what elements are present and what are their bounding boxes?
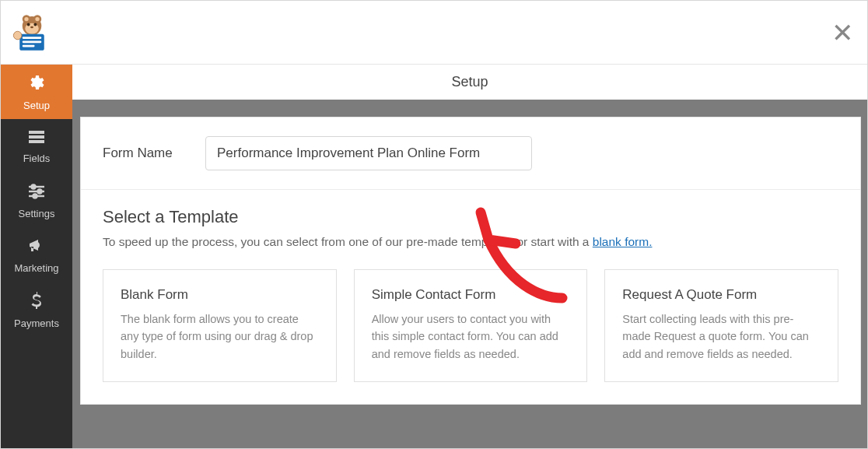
template-desc: Start collecting leads with this pre-mad… xyxy=(622,310,821,363)
template-title: Request A Quote Form xyxy=(622,287,821,303)
svg-rect-12 xyxy=(23,44,35,47)
sidebar-item-fields[interactable]: Fields xyxy=(1,119,72,174)
dollar-icon xyxy=(30,291,43,313)
panel-title: Setup xyxy=(72,65,867,100)
form-name-input[interactable] xyxy=(205,136,532,170)
app-window: ✕ Setup Fields Settings xyxy=(0,0,868,449)
close-icon[interactable]: ✕ xyxy=(831,19,853,46)
main-panel: Setup Form Name Select a Template To spe… xyxy=(72,65,867,448)
template-desc: The blank form allows you to create any … xyxy=(121,310,319,363)
svg-rect-15 xyxy=(29,135,44,139)
body: Setup Fields Settings Marketing xyxy=(1,65,867,448)
sidebar-item-label: Fields xyxy=(23,153,51,164)
sidebar-item-label: Marketing xyxy=(14,262,58,274)
list-icon xyxy=(27,129,46,148)
svg-rect-10 xyxy=(23,37,42,39)
sidebar-item-payments[interactable]: Payments xyxy=(1,282,72,337)
template-desc: Allow your users to contact you with thi… xyxy=(372,310,570,363)
svg-point-20 xyxy=(38,189,42,193)
svg-rect-14 xyxy=(29,131,44,134)
template-grid: Blank Form The blank form allows you to … xyxy=(103,269,838,382)
content-scroll[interactable]: Form Name Select a Template To speed up … xyxy=(72,100,867,448)
svg-point-13 xyxy=(13,31,22,40)
svg-point-18 xyxy=(32,184,36,188)
svg-point-3 xyxy=(24,16,28,20)
template-card-blank[interactable]: Blank Form The blank form allows you to … xyxy=(103,269,337,382)
blank-form-link[interactable]: blank form. xyxy=(593,235,653,248)
setup-card: Form Name Select a Template To speed up … xyxy=(80,117,861,405)
select-template-lead: To speed up the process, you can select … xyxy=(103,235,838,249)
sidebar-item-label: Setup xyxy=(23,100,50,111)
sidebar: Setup Fields Settings Marketing xyxy=(1,65,72,448)
lead-text: To speed up the process, you can select … xyxy=(103,235,593,248)
wpforms-logo xyxy=(9,9,55,56)
sidebar-item-marketing[interactable]: Marketing xyxy=(1,228,72,282)
sidebar-item-settings[interactable]: Settings xyxy=(1,174,72,228)
select-template-heading: Select a Template xyxy=(103,207,838,227)
svg-rect-16 xyxy=(29,140,44,143)
svg-point-4 xyxy=(35,16,39,20)
template-title: Simple Contact Form xyxy=(372,287,570,303)
sidebar-item-label: Settings xyxy=(19,208,55,219)
top-bar: ✕ xyxy=(1,1,867,65)
sliders-icon xyxy=(27,183,46,203)
template-section: Select a Template To speed up the proces… xyxy=(81,190,860,404)
svg-point-22 xyxy=(33,194,37,198)
sidebar-item-label: Payments xyxy=(14,317,59,329)
svg-point-7 xyxy=(33,23,37,26)
template-card-quote[interactable]: Request A Quote Form Start collecting le… xyxy=(604,269,838,382)
form-name-label: Form Name xyxy=(103,146,205,161)
template-title: Blank Form xyxy=(121,287,319,303)
sidebar-item-setup[interactable]: Setup xyxy=(1,65,72,119)
svg-point-6 xyxy=(27,23,30,26)
svg-rect-11 xyxy=(23,40,42,43)
form-name-row: Form Name xyxy=(81,118,860,190)
svg-point-8 xyxy=(30,26,33,28)
template-card-contact[interactable]: Simple Contact Form Allow your users to … xyxy=(354,269,588,382)
bullhorn-icon xyxy=(27,237,46,258)
gear-icon xyxy=(27,73,46,95)
